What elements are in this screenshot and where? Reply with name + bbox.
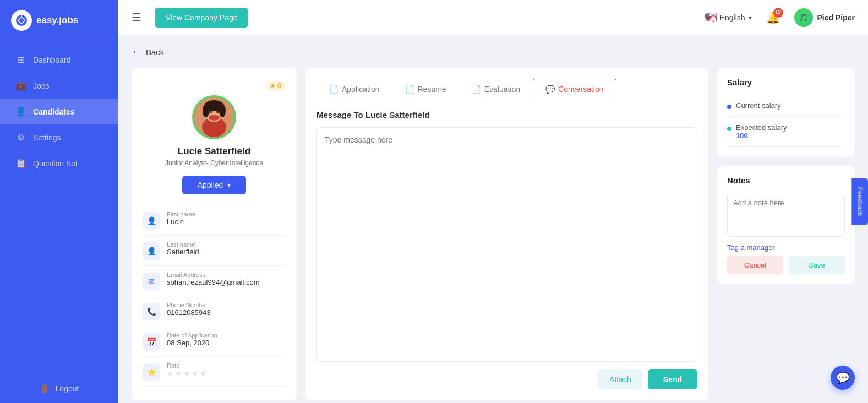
tab-evaluation-label: Evaluation bbox=[484, 85, 520, 94]
first-name-label: First name bbox=[167, 211, 195, 217]
candidate-name: Lucie Satterfield bbox=[178, 146, 250, 157]
sidebar-item-label: Settings bbox=[33, 133, 61, 142]
chevron-icon: ▾ bbox=[227, 181, 231, 189]
info-first-name: 👤 First name Lucie bbox=[143, 205, 286, 236]
user-icon: 🎵 bbox=[799, 13, 808, 22]
phone-label: Phone Number bbox=[167, 302, 211, 308]
back-label: Back bbox=[146, 47, 164, 57]
sidebar-item-candidates[interactable]: 👤 Candidates bbox=[0, 99, 118, 124]
resume-tab-icon: 📄 bbox=[405, 85, 414, 94]
back-button[interactable]: ← Back bbox=[132, 46, 855, 58]
sidebar-logout[interactable]: 🚪 Logout bbox=[24, 374, 95, 403]
salary-title: Salary bbox=[727, 78, 845, 87]
tab-conversation[interactable]: 💬 Conversation bbox=[533, 79, 616, 99]
application-tab-icon: 📄 bbox=[329, 85, 339, 94]
person-icon: 👤 bbox=[143, 212, 160, 230]
first-name-value: Lucie bbox=[167, 217, 195, 226]
chevron-down-icon: ▾ bbox=[749, 14, 752, 21]
feedback-tab[interactable]: Feedback bbox=[852, 178, 868, 225]
main-area: ☰ View Company Page 🇺🇸 English ▾ 🔔 12 🎵 … bbox=[118, 0, 868, 403]
phone-value: 01612085943 bbox=[167, 308, 211, 317]
send-button[interactable]: Send bbox=[648, 369, 697, 389]
middle-panel: 📄 Application 📄 Resume 📄 Evaluation 💬 Co… bbox=[305, 68, 708, 400]
tab-resume[interactable]: 📄 Resume bbox=[392, 79, 459, 99]
sidebar-item-label: Question Set bbox=[33, 159, 78, 168]
info-last-name: 👤 Last name Satterfield bbox=[143, 236, 286, 266]
info-phone: 📞 Phone Number 01612085943 bbox=[143, 296, 286, 326]
tabs: 📄 Application 📄 Resume 📄 Evaluation 💬 Co… bbox=[316, 79, 697, 99]
candidate-panel: ★ 0 bbox=[132, 68, 297, 400]
info-list: 👤 First name Lucie 👤 Last name Satterfie… bbox=[143, 205, 286, 387]
svg-point-10 bbox=[203, 104, 209, 117]
language-selector[interactable]: 🇺🇸 English ▾ bbox=[705, 12, 752, 24]
info-date: 📅 Date of Application 08 Sep, 2020 bbox=[143, 326, 286, 357]
logout-label: Logout bbox=[56, 384, 79, 393]
save-button[interactable]: Save bbox=[789, 256, 845, 274]
rate-stars: ★★★★★ bbox=[167, 369, 208, 378]
date-label: Date of Application bbox=[167, 332, 217, 339]
tag-manager-link[interactable]: Tag a manager bbox=[727, 243, 845, 252]
rate-label: Rate bbox=[167, 362, 208, 369]
sidebar-item-label: Jobs bbox=[33, 81, 50, 90]
message-textarea[interactable] bbox=[316, 127, 697, 362]
expected-salary-value: 100 bbox=[736, 132, 787, 140]
content-grid: ★ 0 bbox=[132, 68, 855, 400]
user-avatar: 🎵 bbox=[794, 8, 813, 27]
tab-application-label: Application bbox=[342, 85, 380, 94]
candidate-title: Junior Analyst- Cyber Intelligence bbox=[165, 159, 263, 167]
evaluation-tab-icon: 📄 bbox=[472, 85, 481, 94]
expected-salary-label: Expected salary bbox=[736, 123, 787, 132]
sidebar-item-settings[interactable]: ⚙ Settings bbox=[0, 124, 118, 150]
logo-text: easy.jobs bbox=[36, 15, 78, 26]
sidebar: easy.jobs ⊞ Dashboard 💼 Jobs 👤 Candidate… bbox=[0, 0, 118, 403]
sidebar-item-label: Candidates bbox=[33, 107, 74, 116]
calendar-icon: 📅 bbox=[143, 333, 160, 351]
candidate-avatar bbox=[192, 95, 236, 139]
last-name-label: Last name bbox=[167, 241, 199, 248]
content: ← Back ★ 0 bbox=[118, 35, 868, 403]
back-arrow-icon: ← bbox=[132, 46, 141, 58]
current-salary-dot bbox=[727, 105, 731, 109]
sidebar-nav: ⊞ Dashboard 💼 Jobs 👤 Candidates ⚙ Settin… bbox=[0, 41, 118, 374]
tab-resume-label: Resume bbox=[418, 85, 446, 94]
settings-icon: ⚙ bbox=[15, 132, 26, 143]
cancel-button[interactable]: Cancel bbox=[727, 256, 783, 274]
user-name: Pied Piper bbox=[817, 13, 855, 22]
logout-icon: 🚪 bbox=[40, 384, 49, 393]
current-salary-item: Current salary bbox=[727, 95, 845, 117]
salary-card: Salary Current salary Expected salary 10… bbox=[717, 68, 855, 157]
notification-bell[interactable]: 🔔 12 bbox=[766, 11, 780, 24]
svg-point-11 bbox=[219, 104, 226, 117]
notes-card: Notes Tag a manager Cancel Save bbox=[717, 166, 855, 284]
flag-icon: 🇺🇸 bbox=[705, 12, 717, 24]
attach-button[interactable]: Attach bbox=[598, 369, 642, 389]
notes-title: Notes bbox=[727, 176, 845, 185]
expected-salary-item: Expected salary 100 bbox=[727, 117, 845, 147]
sidebar-item-jobs[interactable]: 💼 Jobs bbox=[0, 73, 118, 99]
tab-evaluation[interactable]: 📄 Evaluation bbox=[459, 79, 533, 99]
message-to-label: Message To Lucie Satterfield bbox=[316, 110, 697, 119]
view-company-button[interactable]: View Company Page bbox=[155, 8, 248, 28]
star-icon: ⭐ bbox=[143, 363, 160, 381]
dashboard-icon: ⊞ bbox=[15, 55, 26, 65]
status-button[interactable]: Applied ▾ bbox=[182, 176, 247, 194]
current-salary-label: Current salary bbox=[736, 101, 781, 110]
date-value: 08 Sep, 2020 bbox=[167, 339, 217, 347]
phone-icon: 📞 bbox=[143, 303, 160, 320]
sidebar-item-questionset[interactable]: 📋 Question Set bbox=[0, 150, 118, 176]
candidates-icon: 👤 bbox=[15, 106, 26, 117]
last-name-value: Satterfield bbox=[167, 248, 199, 256]
tab-application[interactable]: 📄 Application bbox=[316, 79, 392, 99]
expected-salary-dot bbox=[727, 127, 731, 131]
jobs-icon: 💼 bbox=[15, 80, 26, 91]
user-menu[interactable]: 🎵 Pied Piper bbox=[794, 8, 855, 27]
info-rate: ⭐ Rate ★★★★★ bbox=[143, 357, 286, 387]
language-label: English bbox=[720, 13, 745, 22]
hamburger-icon[interactable]: ☰ bbox=[132, 11, 141, 24]
email-label: Email Address bbox=[167, 271, 260, 278]
topbar: ☰ View Company Page 🇺🇸 English ▾ 🔔 12 🎵 … bbox=[118, 0, 868, 35]
notes-textarea[interactable] bbox=[727, 193, 845, 237]
chat-bubble[interactable]: 💬 bbox=[831, 366, 855, 390]
status-label: Applied bbox=[198, 181, 223, 189]
sidebar-item-dashboard[interactable]: ⊞ Dashboard bbox=[0, 47, 118, 73]
